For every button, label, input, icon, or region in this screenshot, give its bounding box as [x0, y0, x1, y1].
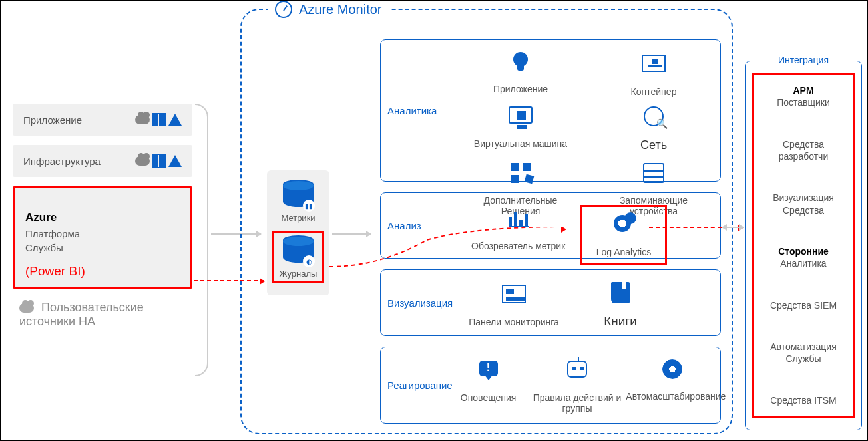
analytics-vm: Виртуальная машина [471, 104, 570, 152]
source-icons [135, 113, 182, 126]
analytics-network: Сеть [604, 104, 704, 152]
section-analytics: Аналитика Приложение Контейнер Виртуальн… [380, 39, 721, 182]
sources-column: Приложение Инфраструктура Azure Платформ… [13, 104, 192, 334]
integration-items: APMПоставщики Средства разработчи Визуал… [752, 73, 855, 418]
section-label: Анализ [387, 220, 421, 231]
respond-alerts: Оповещения [449, 357, 529, 414]
section-label: Реагирование [387, 380, 453, 391]
analysis-items: Обозреватель метрик Log Analytics [381, 193, 720, 278]
custom-source-label: Пользовательские источники НА [19, 301, 144, 328]
sources-bracket [195, 104, 208, 376]
source-icons [135, 154, 182, 168]
respond-action-rules: Правила действий и группы [531, 357, 624, 414]
analytics-container: Контейнер [604, 49, 704, 97]
source-label: Инфраструктура [23, 156, 101, 167]
arrow-monitor-to-integration [722, 227, 744, 228]
book-icon [611, 282, 630, 303]
azure-triangle-icon [168, 114, 182, 126]
respond-autoscale: Автомасштабирование [626, 357, 719, 414]
azure-subtitle: Службы [25, 241, 178, 255]
log-analytics-icon [614, 215, 634, 235]
buildings-icon [152, 113, 166, 126]
section-label: Аналитика [387, 105, 437, 116]
analytics-application: Приложение [471, 49, 570, 97]
cloud-icon [135, 156, 150, 166]
azure-subtitle: Платформа [25, 227, 178, 241]
integration-devtools: Средства разработчи [760, 138, 847, 162]
integration-siem: Средства SIEM [760, 299, 847, 311]
vm-icon [509, 106, 533, 124]
section-respond: Реагирование Оповещения Правила действий… [380, 347, 721, 424]
section-label: Визуализация [387, 297, 453, 309]
dashboard-icon [502, 285, 526, 303]
section-visualization: Визуализация Панели мониторинга Книги [380, 269, 721, 336]
powerbi-label: (Power BI) [25, 264, 178, 279]
azure-triangle-icon [168, 155, 182, 167]
source-azure-platform: Azure Платформа Службы (Power BI) [13, 186, 192, 289]
integration-container: Интеграция APMПоставщики Средства разраб… [745, 61, 862, 430]
lightbulb-icon [513, 52, 528, 67]
viz-workbooks: Книги [570, 281, 670, 329]
source-application: Приложение [13, 104, 192, 136]
viz-dashboards: Панели мониторинга [464, 281, 564, 329]
cloud-icon [19, 303, 34, 313]
section-analysis: Анализ Обозреватель метрик Log Analytics [380, 192, 721, 259]
gauge-icon [275, 1, 292, 18]
monitor-title-text: Azure Monitor [299, 2, 382, 17]
source-custom: Пользовательские источники НА [13, 295, 192, 334]
gear-icon [662, 359, 682, 379]
integration-apm: APMПоставщики [760, 84, 847, 108]
analysis-log-analytics: Log Analytics [580, 205, 667, 265]
buildings-icon [152, 154, 166, 168]
integration-itsm: Средства ITSM [760, 394, 847, 406]
globe-search-icon [644, 106, 664, 126]
source-label: Приложение [23, 114, 82, 126]
azure-title: Azure [25, 211, 178, 224]
robot-icon [567, 361, 587, 378]
analysis-metrics-explorer: Обозреватель метрик [465, 205, 572, 265]
cloud-icon [135, 115, 150, 124]
integration-viz: Визуализация Средства [760, 192, 847, 216]
integration-title: Интеграция [773, 55, 834, 65]
alert-icon [479, 361, 498, 376]
source-infrastructure: Инфраструктура [13, 145, 192, 177]
integration-thirdparty: СторонниеАналитика [760, 245, 847, 269]
squares-icon [511, 163, 531, 183]
storage-icon [643, 163, 664, 183]
bar-chart-icon [509, 209, 529, 227]
integration-automation: Автоматизация Службы [760, 341, 847, 365]
container-icon [642, 55, 666, 72]
azure-monitor-title: Azure Monitor [268, 1, 389, 18]
